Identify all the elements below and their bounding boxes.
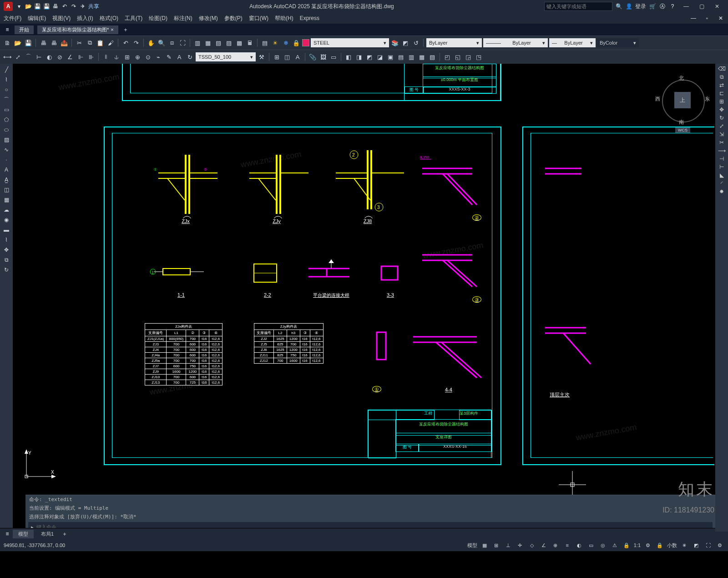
command-line[interactable]: 命令: _textedit 当前设置: 编辑模式 = Multiple 选择注释… [25,495,715,528]
attr-icon[interactable]: A [293,52,302,61]
tolerance-icon[interactable]: ⊞ [122,52,131,61]
dim-aligned-icon[interactable]: ⤢ [13,52,22,61]
menu-param[interactable]: 参数(P) [224,15,243,22]
offset-icon[interactable]: ⊏ [719,90,724,96]
menu-express[interactable]: Express [300,15,319,21]
jog-icon[interactable]: ⌁ [154,52,163,61]
print-preview-icon[interactable]: 🖶 [49,38,58,47]
dc-icon[interactable]: ▦ [203,38,212,47]
fillet-icon[interactable]: ◜ [721,180,723,187]
layer-color-swatch[interactable] [302,39,309,46]
dim-tedit-icon[interactable]: A [175,52,184,61]
annomon-icon[interactable]: ⚠ [610,541,619,550]
viewcube[interactable]: 上 北 南 西 东 WCS [660,77,705,123]
extend-icon[interactable]: ⟶ [718,147,726,154]
save-file-icon[interactable]: 💾 [24,38,33,47]
table-icon[interactable]: ▦ [2,196,11,204]
menu-file[interactable]: 文件(F) [4,15,21,22]
drawing-canvas[interactable]: www.znzmo.com www.znzmo.com www.znzmo.co… [13,64,728,528]
extra4-icon[interactable]: ◪ [375,52,384,61]
center-mark-icon[interactable]: ⊕ [133,52,142,61]
dim-dia-icon[interactable]: ⊘ [55,52,64,61]
autoscale-icon[interactable]: 🔒 [622,541,631,550]
new-file-icon[interactable]: 🗎 [3,38,12,47]
save-icon[interactable]: 💾 [34,3,41,10]
redo-icon[interactable]: ↷ [70,3,77,10]
viewcube-north[interactable]: 北 [679,75,684,81]
extra1-icon[interactable]: ◧ [344,52,353,61]
dim-cont-icon[interactable]: ⊪ [86,52,96,61]
color-dropdown[interactable]: ByLayer▾ [426,38,482,47]
mirror-icon[interactable]: ⇄ [719,82,724,88]
field-icon[interactable]: ▭ [329,52,338,61]
plotstyle-dropdown[interactable]: ByColor▾ [597,38,639,47]
search-icon[interactable]: 🔍 [615,3,622,10]
share-icon[interactable]: ✈ [79,3,86,10]
saveas-icon[interactable]: 💾 [43,3,50,10]
layer-dropdown[interactable]: STEEL▾ [311,38,389,47]
viewcube-west[interactable]: 西 [655,96,660,102]
dim-space-icon[interactable]: ⫴ [101,52,111,61]
extra12-icon[interactable]: ◲ [464,52,473,61]
clean-icon[interactable]: ⛶ [703,541,713,550]
share-label[interactable]: 共享 [88,3,99,10]
rect-icon[interactable]: ▭ [2,106,11,114]
hardware-icon[interactable]: ⛯ [680,541,689,550]
tab-add-icon[interactable]: ＋ [122,26,129,33]
app-icon[interactable]: A [4,2,13,11]
lwt-icon[interactable]: ≡ [563,541,572,550]
osnap-icon[interactable]: ◇ [527,541,536,550]
menu-dim[interactable]: 标注(N) [174,15,192,22]
pan-icon[interactable]: ✋ [147,38,156,47]
undo-icon[interactable]: ↶ [61,3,68,10]
dyn-icon[interactable]: ⊕ [551,541,560,550]
layout-add-icon[interactable]: ＋ [61,530,68,537]
revcloud-icon[interactable]: ☁ [2,206,11,214]
rotate2-icon[interactable]: ↻ [719,115,724,121]
grid-icon[interactable]: ▦ [480,541,489,550]
ws-icon[interactable]: ⚙ [643,541,652,550]
new-icon[interactable]: ▾ [15,3,23,10]
layer-icon[interactable]: ▤ [260,38,269,47]
menu-tools[interactable]: 工具(T) [125,15,142,22]
lock-icon[interactable]: 🔒 [292,38,301,47]
scale-icon[interactable]: ⤢ [719,123,724,129]
iso-icon[interactable]: ◩ [692,541,701,550]
cut-icon[interactable]: ✂ [75,38,84,47]
donut-icon[interactable]: ◉ [2,216,11,224]
sc-icon[interactable]: ◎ [598,541,607,550]
layout-menu-icon[interactable]: ≡ [4,530,11,537]
menu-insert[interactable]: 插入(I) [77,15,93,22]
text-icon[interactable]: A [2,166,11,174]
trim-icon[interactable]: ✂ [719,139,724,146]
menu-window[interactable]: 窗口(W) [249,15,268,22]
spline-icon[interactable]: ∿ [2,146,11,154]
extra9-icon[interactable]: ▧ [428,52,437,61]
extra10-icon[interactable]: ◰ [443,52,452,61]
layer-prev-icon[interactable]: ↺ [411,38,420,47]
dim-arc-icon[interactable]: ⌒ [24,52,33,61]
units-dropdown[interactable]: 小数 [667,542,677,549]
open-file-icon[interactable]: 📂 [13,38,22,47]
menu-draw[interactable]: 绘图(D) [149,15,167,22]
chamfer-icon[interactable]: ◣ [720,172,724,178]
tab-layout1[interactable]: 布局1 [35,530,59,538]
polar-icon[interactable]: ✛ [516,541,525,550]
copy-icon[interactable]: ⧉ [85,38,94,47]
lock-ui-icon[interactable]: 🔒 [655,541,664,550]
extra6-icon[interactable]: ▤ [396,52,405,61]
redo2-icon[interactable]: ↷ [131,38,141,47]
polygon-icon[interactable]: ⬠ [2,116,11,124]
menu-view[interactable]: 视图(V) [52,15,71,22]
pline-icon[interactable]: ⌇ [2,76,11,84]
explode-icon[interactable]: ✸ [719,188,724,195]
search-input[interactable]: 键入关键字或短语 [544,2,612,11]
extra3-icon[interactable]: ◩ [365,52,374,61]
circle-icon[interactable]: ○ [2,86,11,94]
tab-close-icon[interactable]: × [111,27,113,32]
status-model[interactable]: 模型 [467,542,477,549]
mtext-icon[interactable]: A̲ [2,176,11,184]
viewcube-wcs[interactable]: WCS [675,127,690,133]
wipeout-icon[interactable]: ▬ [2,226,11,234]
stretch-icon[interactable]: ⇲ [719,131,724,137]
